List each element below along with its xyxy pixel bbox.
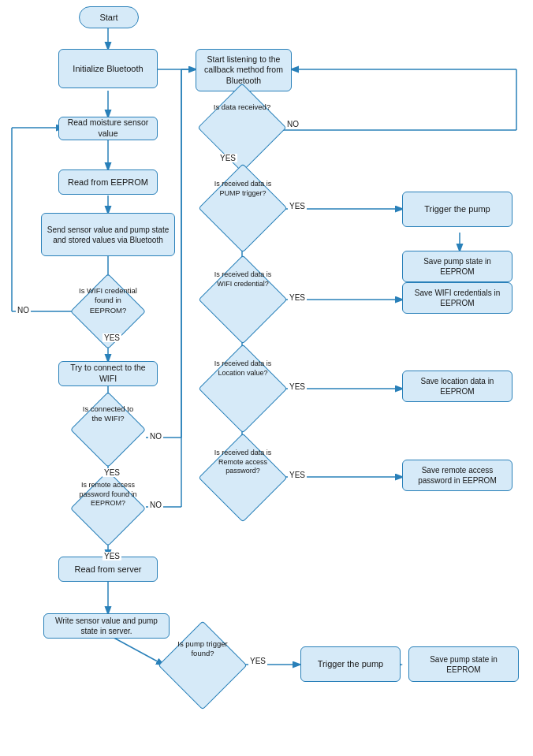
label-yes-remote-access: YES <box>288 471 307 479</box>
is-pump-trigger2-diamond: Is pump trigger found? <box>166 639 240 691</box>
save-pump-eeprom2-box: Save pump state in EEPROM <box>408 646 519 682</box>
label-no-remote-pw: NO <box>148 501 163 509</box>
trigger-pump1-box: Trigger the pump <box>402 192 512 227</box>
label-no-data: NO <box>285 120 300 128</box>
label-no-connected: NO <box>148 432 163 441</box>
label-yes-location: YES <box>288 382 307 391</box>
label-yes-data: YES <box>218 154 237 162</box>
try-wifi-box: Try to connect to the WIFI <box>58 361 158 386</box>
flowchart: Start Initialize Bluetooth Start listeni… <box>0 0 533 756</box>
label-no-wifi: NO <box>16 306 31 315</box>
is-remote-access-pw-diamond: Is received data is Remote access passwo… <box>207 448 279 508</box>
label-yes-connected: YES <box>102 468 121 477</box>
save-pump-eeprom1-box: Save pump state in EEPROM <box>402 251 512 282</box>
send-bluetooth-box: Send sensor value and pump state and sto… <box>41 213 175 256</box>
is-remote-pw-diamond: Is remote access password found in EEPRO… <box>76 477 140 540</box>
svg-line-33 <box>108 635 163 665</box>
is-data-received-diamond: Is data received? <box>205 102 279 153</box>
save-location-eeprom-box: Save location data in EEPROM <box>402 371 512 402</box>
is-wifi-cred-diamond: Is received data is WIFI credential? <box>207 270 279 330</box>
init-bluetooth-box: Initialize Bluetooth <box>58 49 158 88</box>
label-yes-remote-pw: YES <box>102 552 121 560</box>
is-connected-wifi-diamond: Is connected to the WIFI? <box>76 398 140 461</box>
start-box: Start <box>79 6 139 28</box>
label-yes-pump2: YES <box>248 657 267 665</box>
is-location-diamond: Is received data is Location value? <box>207 359 279 419</box>
save-remote-eeprom-box: Save remote access password in EEPROM <box>402 460 512 491</box>
trigger-pump2-box: Trigger the pump <box>300 646 401 682</box>
label-yes-wifi: YES <box>102 333 121 342</box>
label-yes-pump1: YES <box>288 202 307 210</box>
write-server-box: Write sensor value and pump state in ser… <box>43 613 170 639</box>
is-pump-trigger-diamond: Is received data is PUMP trigger? <box>207 180 279 238</box>
label-yes-wifi-cred: YES <box>288 293 307 302</box>
read-eeprom-box: Read from EEPROM <box>58 169 158 195</box>
save-wifi-eeprom-box: Save WIFI credentials in EEPROM <box>402 282 512 314</box>
read-moisture-box: Read moisture sensor value <box>58 117 158 140</box>
